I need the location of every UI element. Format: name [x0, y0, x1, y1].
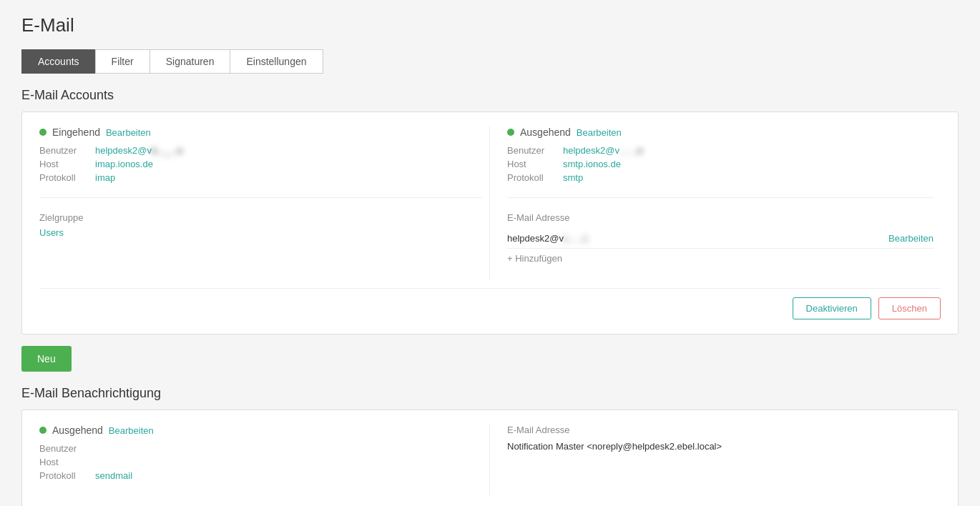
incoming-protokoll-value: imap — [95, 172, 115, 183]
outgoing-benutzer-row: Benutzer helpdesk2@v... ...e — [507, 145, 934, 156]
outgoing-benutzer-value: helpdesk2@v... ...e — [563, 145, 642, 156]
tab-filter[interactable]: Filter — [95, 49, 150, 74]
outgoing-benutzer-label: Benutzer — [507, 145, 557, 156]
outgoing-header: Ausgehend Bearbeiten — [507, 126, 934, 138]
notification-benutzer-row: Benutzer — [39, 443, 482, 454]
notification-email-adresse-value: Notification Master <noreply@helpdesk2.e… — [507, 441, 934, 452]
incoming-host-row: Host imap.ionos.de — [39, 159, 482, 169]
account-card-actions: Deaktivieren Löschen — [39, 288, 941, 319]
email-adresse-value: helpdesk2@vr... ...l. — [507, 233, 589, 244]
incoming-benutzer-value: helpdesk2@vb..._...e — [95, 145, 182, 156]
email-adresse-add-link[interactable]: + Hinzufügen — [507, 249, 562, 268]
notification-outgoing-section: Ausgehend Bearbeiten Benutzer Host Proto… — [39, 425, 482, 495]
tab-bar: Accounts Filter Signaturen Einstellungen — [21, 49, 959, 74]
incoming-section: Eingehend Bearbeiten Benutzer helpdesk2@… — [39, 126, 482, 198]
notification-protokoll-row: Protokoll sendmail — [39, 470, 482, 481]
tab-signaturen[interactable]: Signaturen — [150, 49, 230, 74]
zielgruppe-section: Zielgruppe Users — [39, 212, 482, 249]
email-notification-card: Ausgehend Bearbeiten Benutzer Host Proto… — [21, 410, 959, 506]
email-adresse-row: helpdesk2@vr... ...l. Bearbeiten — [507, 229, 934, 249]
notification-host-row: Host — [39, 457, 482, 467]
incoming-edit-link[interactable]: Bearbeiten — [106, 127, 151, 138]
notification-benutzer-label: Benutzer — [39, 443, 89, 454]
outgoing-status-dot — [507, 129, 514, 136]
notification-grid: Ausgehend Bearbeiten Benutzer Host Proto… — [39, 425, 941, 495]
email-notification-title: E-Mail Benachrichtigung — [21, 386, 959, 401]
outgoing-protokoll-label: Protokoll — [507, 172, 557, 183]
incoming-header: Eingehend Bearbeiten — [39, 126, 482, 138]
account-left-col: Eingehend Bearbeiten Benutzer helpdesk2@… — [39, 126, 490, 279]
notification-email-adresse-section: E-Mail Adresse Notification Master <nore… — [507, 425, 934, 463]
outgoing-status-label: Ausgehend — [520, 126, 571, 138]
email-account-card: Eingehend Bearbeiten Benutzer helpdesk2@… — [21, 111, 959, 334]
incoming-protokoll-row: Protokoll imap — [39, 172, 482, 183]
tab-einstellungen[interactable]: Einstellungen — [230, 49, 323, 74]
deactivate-button[interactable]: Deaktivieren — [793, 297, 871, 319]
incoming-host-label: Host — [39, 159, 89, 169]
incoming-benutzer-row: Benutzer helpdesk2@vb..._...e — [39, 145, 482, 156]
notification-host-label: Host — [39, 457, 89, 467]
account-right-col: Ausgehend Bearbeiten Benutzer helpdesk2@… — [490, 126, 941, 279]
notification-outgoing-header: Ausgehend Bearbeiten — [39, 425, 482, 436]
new-button[interactable]: Neu — [21, 346, 72, 372]
notification-right-col: E-Mail Adresse Notification Master <nore… — [490, 425, 941, 495]
incoming-benutzer-label: Benutzer — [39, 145, 89, 156]
incoming-benutzer-blurred: b..._...e — [152, 145, 182, 156]
notification-protokoll-label: Protokoll — [39, 470, 89, 481]
outgoing-section: Ausgehend Bearbeiten Benutzer helpdesk2@… — [507, 126, 934, 198]
zielgruppe-value: Users — [39, 227, 482, 238]
outgoing-host-label: Host — [507, 159, 557, 169]
outgoing-edit-link[interactable]: Bearbeiten — [577, 127, 622, 138]
delete-button[interactable]: Löschen — [878, 297, 941, 319]
outgoing-protokoll-value: smtp — [563, 172, 583, 183]
email-accounts-title: E-Mail Accounts — [21, 88, 959, 103]
outgoing-benutzer-blurred: ... ...e — [619, 145, 643, 156]
outgoing-protokoll-row: Protokoll smtp — [507, 172, 934, 183]
notification-outgoing-edit-link[interactable]: Bearbeiten — [109, 425, 154, 436]
outgoing-host-row: Host smtp.ionos.de — [507, 159, 934, 169]
incoming-status-label: Eingehend — [52, 126, 100, 138]
zielgruppe-label: Zielgruppe — [39, 212, 482, 223]
notification-outgoing-dot — [39, 427, 46, 434]
account-grid: Eingehend Bearbeiten Benutzer helpdesk2@… — [39, 126, 941, 279]
incoming-protokoll-label: Protokoll — [39, 172, 89, 183]
email-adresse-label: E-Mail Adresse — [507, 212, 934, 223]
email-adresse-blurred: r... ...l. — [564, 233, 589, 244]
page-title: E-Mail — [21, 14, 959, 36]
notification-protokoll-value: sendmail — [95, 470, 132, 481]
email-adresse-edit-link[interactable]: Bearbeiten — [888, 233, 934, 244]
notification-left-col: Ausgehend Bearbeiten Benutzer Host Proto… — [39, 425, 490, 495]
tab-accounts[interactable]: Accounts — [21, 49, 95, 74]
incoming-host-value: imap.ionos.de — [95, 159, 153, 169]
notification-outgoing-label: Ausgehend — [52, 425, 103, 436]
email-adresse-section: E-Mail Adresse helpdesk2@vr... ...l. Bea… — [507, 212, 934, 279]
notification-email-adresse-label: E-Mail Adresse — [507, 425, 934, 435]
incoming-status-dot — [39, 129, 46, 136]
outgoing-host-value: smtp.ionos.de — [563, 159, 621, 169]
